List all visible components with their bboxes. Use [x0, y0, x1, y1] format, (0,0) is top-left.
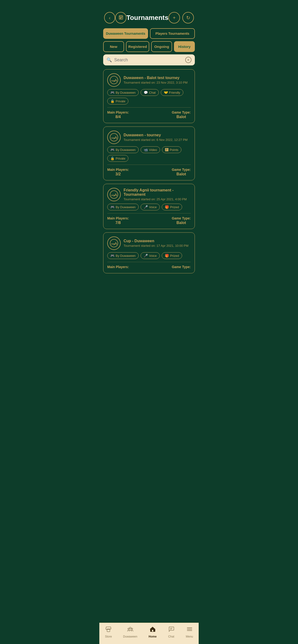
page-title: Tournaments: [126, 14, 169, 22]
header: ‹ Tournaments +: [99, 0, 199, 28]
search-clear-button[interactable]: ✕: [185, 57, 192, 63]
home-icon: [149, 626, 156, 634]
card-title-group: Friendly Agnii tournament - Tournament T…: [123, 188, 191, 201]
card-divider: [107, 164, 191, 165]
tab-ongoing[interactable]: Ongoing: [151, 41, 172, 52]
tab-registered[interactable]: Registered: [126, 41, 150, 52]
svg-point-20: [131, 628, 133, 630]
svg-text:بالوت: بالوت: [111, 242, 117, 245]
main-players-label: Main Players:: [107, 216, 129, 220]
calendar-icon: [118, 15, 123, 21]
main-players-stat: Main Players: 3/2: [107, 168, 129, 176]
back-button[interactable]: ‹: [104, 12, 115, 24]
card-tags: 🎮By Duwaween 🎤Voice 🎁Prized: [107, 204, 191, 210]
nav-chat[interactable]: Chat: [168, 626, 175, 638]
search-icon: 🔍: [106, 57, 112, 62]
game-type-stat: Game Type: Balot: [172, 216, 191, 225]
card-stats: Main Players: 3/2 Game Type: Balot: [107, 168, 191, 176]
card-header: بالوت Duwaween - Balot test tourney Tour…: [107, 73, 191, 87]
svg-rect-4: [120, 17, 120, 18]
card-title-group: Duwaween - tourney Tournament started on…: [123, 133, 191, 142]
tournament-card-4[interactable]: بالوت Cup - Duwaween Tournament started …: [103, 232, 195, 273]
duwaween-icon: [127, 626, 134, 634]
calendar-button[interactable]: [115, 12, 126, 24]
tab-players-tournaments[interactable]: Players Tournaments: [150, 28, 195, 39]
card-title-group: Duwaween - Balot test tourney Tournament…: [123, 76, 191, 84]
card-header: بالوت Friendly Agnii tournament - Tourna…: [107, 188, 191, 201]
game-type-stat: Game Type: Balot: [172, 110, 191, 119]
add-button[interactable]: +: [169, 12, 180, 24]
game-type-stat: Game Type: Balot: [172, 168, 191, 176]
store-icon: [105, 626, 112, 634]
tournament-card-2[interactable]: بالوت Duwaween - tourney Tournament star…: [103, 126, 195, 180]
tag-friendly: 🤝Friendly: [161, 89, 183, 96]
refresh-button[interactable]: ↻: [182, 12, 194, 24]
header-actions: + ↻: [169, 12, 194, 24]
card-stats: Main Players: Game Type:: [107, 265, 191, 269]
tournament-date: Tournament started on: 17 Apr 2021, 10:0…: [123, 244, 191, 248]
tab-duwaween-tournaments[interactable]: Duwaween Tournaments: [103, 28, 148, 39]
tag-voice: 🎤Voice: [140, 204, 160, 210]
sub-tabs: New Registered Ongoing History: [99, 41, 199, 52]
game-type-label: Game Type:: [172, 110, 191, 114]
tag-by-duwaween: 🎮By Duwaween: [107, 204, 139, 210]
svg-text:بالوت: بالوت: [111, 193, 117, 196]
main-tabs: Duwaween Tournaments Players Tournaments: [99, 28, 199, 39]
tournament-icon: بالوت: [107, 188, 121, 201]
game-type-value: Balot: [172, 172, 191, 176]
nav-menu[interactable]: Menu: [186, 626, 193, 638]
nav-duwaween[interactable]: Duwaween: [123, 626, 137, 638]
main-players-stat: Main Players: 7/8: [107, 216, 129, 225]
nav-menu-label: Menu: [186, 635, 193, 638]
tag-by-duwaween: 🎮By Duwaween: [107, 89, 139, 96]
tag-video: 📹Video: [140, 146, 160, 153]
tournament-title: Duwaween - Balot test tourney: [123, 76, 191, 80]
main-players-value: 8/4: [107, 115, 129, 119]
card-tags: 🎮By Duwaween 🎤Voice 🎁Prized: [107, 252, 191, 259]
nav-home-label: Home: [148, 635, 157, 638]
tag-private: 🔒Private: [107, 155, 128, 162]
game-type-value: Balot: [172, 221, 191, 225]
svg-rect-17: [107, 630, 110, 632]
tournament-title: Duwaween - tourney: [123, 133, 191, 137]
tag-points: 🅿Points: [162, 146, 181, 153]
game-type-label: Game Type:: [172, 168, 191, 172]
search-input[interactable]: [114, 58, 183, 62]
tournament-icon: بالوت: [107, 130, 121, 144]
tab-new[interactable]: New: [103, 41, 124, 52]
back-icon: ‹: [109, 15, 111, 20]
card-divider: [107, 107, 191, 108]
svg-rect-5: [121, 17, 121, 18]
nav-chat-label: Chat: [168, 635, 174, 638]
card-stats: Main Players: 8/4 Game Type: Balot: [107, 110, 191, 119]
tag-prized: 🎁Prized: [162, 204, 182, 210]
nav-home[interactable]: Home: [148, 626, 157, 638]
nav-duwaween-label: Duwaween: [123, 635, 137, 638]
add-icon: +: [173, 15, 176, 20]
card-header: بالوت Cup - Duwaween Tournament started …: [107, 236, 191, 250]
card-stats: Main Players: 7/8 Game Type: Balot: [107, 216, 191, 225]
main-players-stat: Main Players:: [107, 265, 129, 269]
tab-history[interactable]: History: [174, 41, 195, 52]
tournament-date: Tournament started on: 25 Apr 2021, 4:00…: [123, 198, 191, 201]
tournament-card-3[interactable]: بالوت Friendly Agnii tournament - Tourna…: [103, 184, 195, 229]
svg-point-18: [129, 627, 131, 629]
svg-rect-6: [121, 17, 122, 18]
main-players-stat: Main Players: 8/4: [107, 110, 129, 119]
game-type-stat: Game Type:: [172, 265, 191, 269]
svg-text:بالوت: بالوت: [111, 79, 117, 82]
card-header: بالوت Duwaween - tourney Tournament star…: [107, 130, 191, 144]
tournament-date: Tournament started on: 23 Nov 2022, 3:10…: [123, 81, 191, 84]
main-players-value: 3/2: [107, 172, 129, 176]
tournament-icon: بالوت: [107, 236, 121, 250]
tag-by-duwaween: 🎮By Duwaween: [107, 252, 139, 259]
nav-store[interactable]: Store: [105, 626, 112, 638]
tournament-icon: بالوت: [107, 73, 121, 87]
bottom-navigation: Store Duwaween Home: [99, 623, 199, 644]
tournament-card-1[interactable]: بالوت Duwaween - Balot test tourney Tour…: [103, 69, 195, 123]
tournament-title: Friendly Agnii tournament - Tournament: [123, 188, 191, 197]
card-tags: 🎮By Duwaween 📹Video 🅿Points 🔒Private: [107, 146, 191, 162]
svg-rect-7: [120, 18, 120, 19]
tag-private: 🔒Private: [107, 98, 128, 104]
main-players-label: Main Players:: [107, 168, 129, 172]
